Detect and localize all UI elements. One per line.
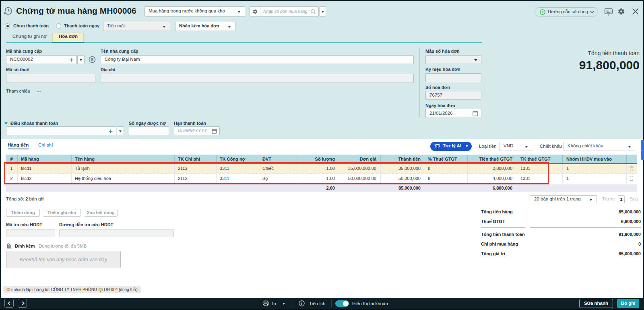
svg-text:?: ?: [541, 10, 544, 14]
svg-text:$: $: [91, 57, 93, 62]
